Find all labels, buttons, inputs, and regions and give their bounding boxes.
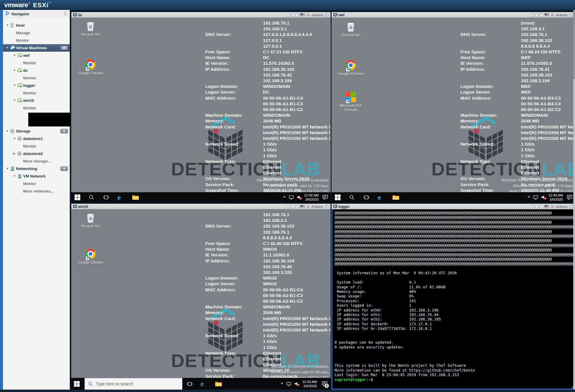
- sidebar-item-monitor[interactable]: Monitor: [3, 59, 70, 67]
- ie-browser-button[interactable]: e: [118, 194, 121, 201]
- network-tray-icon[interactable]: [289, 195, 294, 200]
- vm-console-screen[interactable]: ♻Recycle BinGoogle ChromeMicrosoft ATA C…: [332, 18, 575, 202]
- desktop-icon-recycle-bin[interactable]: ♻Recycle Bin: [76, 21, 105, 37]
- popout-console-icon[interactable]: [286, 14, 289, 17]
- action-center-icon[interactable]: [567, 195, 573, 200]
- desktop-icon-recycle-bin[interactable]: ♻Recycle Bin: [76, 212, 105, 228]
- hidden-icons-caret[interactable]: ^: [281, 382, 283, 386]
- keyboard-layout-flag-icon[interactable]: [544, 13, 549, 17]
- sidebar-item-virtual-machines[interactable]: ▼Virtual Machines10: [3, 44, 70, 52]
- keyboard-layout-flag-icon[interactable]: [300, 13, 305, 17]
- sidebar-item-monitor[interactable]: Monitor: [3, 180, 70, 187]
- window-titlebar[interactable]: logger⚙Actions✕: [332, 204, 575, 209]
- windows-taskbar[interactable]: eType here to search^12:43 AM3/9/20206: [71, 378, 331, 390]
- open-new-window-icon[interactable]: [535, 14, 538, 17]
- panel-pin-icon[interactable]: [64, 11, 67, 17]
- chevron-down-icon[interactable]: ▼: [13, 67, 16, 74]
- task-view-button[interactable]: [363, 194, 369, 200]
- page-scrollbar-thumb[interactable]: [573, 10, 575, 79]
- edge-browser-button[interactable]: e: [200, 380, 204, 387]
- close-console-icon[interactable]: ✕: [569, 13, 573, 17]
- close-console-icon[interactable]: ✕: [325, 13, 329, 17]
- window-titlebar[interactable]: wef⚙Actions✕: [332, 12, 575, 18]
- sidebar-item-manage[interactable]: Manage: [3, 29, 70, 37]
- chevron-down-icon[interactable]: ▼: [13, 172, 16, 180]
- console-settings-gear-icon[interactable]: ⚙: [551, 205, 554, 208]
- console-settings-gear-icon[interactable]: ⚙: [551, 13, 554, 17]
- actions-menu[interactable]: Actions: [311, 13, 323, 17]
- actions-menu[interactable]: Actions: [556, 13, 567, 17]
- open-new-window-icon[interactable]: [291, 205, 294, 208]
- taskbar-search-button[interactable]: [89, 195, 94, 200]
- chevron-right-icon[interactable]: ▶: [13, 150, 15, 157]
- fullscreen-icon[interactable]: [540, 14, 543, 17]
- console-settings-gear-icon[interactable]: ⚙: [306, 13, 310, 17]
- close-console-icon[interactable]: ✕: [325, 205, 329, 209]
- action-center-icon[interactable]: [322, 195, 328, 200]
- vm-console-screen[interactable]: ♻Recycle BinGoogle ChromeDETECTIONLAB192…: [71, 18, 331, 202]
- open-new-window-icon[interactable]: [291, 14, 294, 17]
- fullscreen-icon[interactable]: [295, 14, 298, 17]
- start-button[interactable]: [74, 194, 81, 201]
- ie-browser-button[interactable]: e: [378, 194, 381, 201]
- chevron-down-icon[interactable]: ▼: [6, 165, 9, 172]
- file-explorer-button[interactable]: [215, 381, 222, 387]
- chevron-down-icon[interactable]: ▼: [13, 82, 16, 89]
- hidden-icons-caret[interactable]: ^: [528, 195, 530, 199]
- sidebar-item-monitor[interactable]: Monitor: [3, 89, 70, 97]
- desktop-icon-chrome[interactable]: Google Chrome: [336, 60, 365, 76]
- window-titlebar[interactable]: win10⚙Actions✕: [71, 204, 331, 209]
- vm-console-screen[interactable]: ♻Recycle BinGoogle ChromeDETECTIONLAB192…: [71, 209, 331, 390]
- sidebar-item-wef[interactable]: ▼wef: [3, 52, 70, 59]
- taskbar-clock[interactable]: 12:42 AM3/9/2020: [304, 193, 319, 202]
- desktop-icon-recycle-bin[interactable]: ♻Recycle Bin: [336, 21, 365, 37]
- popout-console-icon[interactable]: [286, 205, 289, 208]
- taskbar-clock[interactable]: 12:45 AM3/9/2020: [548, 193, 563, 202]
- actions-menu[interactable]: Actions: [311, 205, 323, 209]
- volume-muted-icon[interactable]: [294, 381, 300, 387]
- console-settings-gear-icon[interactable]: ⚙: [306, 205, 310, 208]
- windows-taskbar[interactable]: e^12:45 AM3/9/2020: [332, 192, 575, 202]
- fullscreen-icon[interactable]: [295, 205, 298, 208]
- start-button[interactable]: [74, 381, 80, 387]
- sidebar-item-datastore2[interactable]: ▶datastore2: [3, 150, 70, 157]
- chevron-down-icon[interactable]: ▼: [6, 22, 9, 29]
- popout-console-icon[interactable]: [531, 205, 534, 208]
- network-tray-icon[interactable]: [286, 381, 292, 386]
- chevron-down-icon[interactable]: ▼: [6, 127, 9, 135]
- task-view-button[interactable]: [103, 194, 109, 200]
- desktop-icon-chrome[interactable]: Google Chrome: [76, 248, 105, 265]
- chevron-down-icon[interactable]: ▼: [13, 52, 16, 59]
- open-new-window-icon[interactable]: [535, 205, 538, 208]
- terminal-output[interactable]: @@@@@@@@@@@@@@@@@@@@@@@@@@@@@@@@@@@@@@@@…: [332, 209, 575, 390]
- file-explorer-button[interactable]: [132, 194, 139, 200]
- actions-menu[interactable]: Actions: [556, 205, 567, 209]
- sidebar-item-networking[interactable]: ▼Networking4: [3, 165, 70, 172]
- taskbar-clock[interactable]: 12:43 AM3/9/2020: [302, 380, 317, 388]
- keyboard-layout-flag-icon[interactable]: [300, 205, 305, 208]
- desktop-icon-chrome[interactable]: Google Chrome: [76, 59, 105, 75]
- sidebar-item-host[interactable]: ▼Host: [3, 22, 70, 29]
- sidebar-item-monitor[interactable]: Monitor: [3, 104, 70, 112]
- popout-console-icon[interactable]: [531, 14, 534, 17]
- volume-muted-icon[interactable]: [541, 195, 547, 200]
- sidebar-item-dc[interactable]: ▼dc: [3, 67, 70, 74]
- sidebar-item-win10[interactable]: ▼win10: [3, 97, 70, 104]
- fullscreen-icon[interactable]: [540, 205, 543, 208]
- start-button[interactable]: [335, 194, 341, 201]
- task-view-button[interactable]: [187, 381, 193, 387]
- page-scrollbar[interactable]: [573, 10, 575, 390]
- keyboard-layout-flag-icon[interactable]: [544, 205, 549, 208]
- sidebar-item-logger[interactable]: ▼logger: [3, 82, 70, 89]
- sidebar-item-more-networks-[interactable]: More networks...: [3, 187, 70, 195]
- sidebar-item-storage[interactable]: ▼Storage2: [3, 127, 70, 135]
- sidebar-item-more-storage-[interactable]: More storage...: [3, 157, 70, 165]
- window-titlebar[interactable]: dc⚙Actions✕: [71, 12, 331, 18]
- action-center-icon[interactable]: 6: [322, 381, 328, 387]
- sidebar-item-datastore1[interactable]: ▼datastore1: [3, 135, 70, 142]
- sidebar-item-monitor[interactable]: Monitor: [3, 74, 70, 82]
- network-tray-icon[interactable]: [533, 195, 538, 200]
- hidden-icons-caret[interactable]: ^: [283, 195, 286, 199]
- chevron-down-icon[interactable]: ▼: [13, 135, 16, 142]
- sidebar-item-monitor[interactable]: Monitor: [3, 142, 70, 150]
